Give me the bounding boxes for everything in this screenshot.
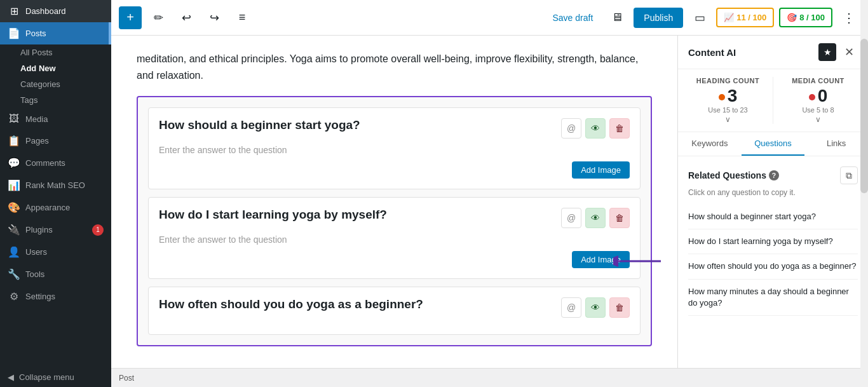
sidebar-label-rank-math: Rank Math SEO [25, 180, 85, 190]
sidebar-item-users[interactable]: 👤 Users [0, 241, 111, 263]
more-options-button[interactable]: ⋮ [837, 6, 860, 29]
faq-ai-btn-2[interactable]: @ [561, 208, 581, 228]
tab-links-label: Links [827, 139, 846, 148]
sidebar-label-dashboard: Dashboard [25, 6, 66, 16]
publish-button[interactable]: Publish [634, 8, 683, 28]
related-question-text-4: How many minutes a day should a beginner… [688, 287, 849, 308]
seo-score-badge[interactable]: 📈 11 / 100 [716, 8, 774, 27]
sidebar-item-settings[interactable]: ⚙ Settings [0, 285, 111, 308]
heading-count-hint: Use 15 to 23 [688, 106, 768, 114]
copy-all-button[interactable]: ⧉ [840, 166, 858, 184]
related-question-item-2[interactable]: How do I start learning yoga by myself? [688, 229, 858, 254]
faq-eye-btn-3[interactable]: 👁 [585, 297, 606, 318]
related-question-item-1[interactable]: How should a beginner start yoga? [688, 205, 858, 229]
heading-count-dot [719, 94, 725, 100]
faq-trash-btn-2[interactable]: 🗑 [609, 208, 630, 228]
faq-question-1: How should a beginner start yoga? [159, 118, 561, 132]
pages-icon: 📋 [8, 135, 20, 147]
media-count-item: MEDIA COUNT 0 Use 5 to 8 ∨ [778, 77, 858, 124]
faq-add-image-btn-2[interactable]: Add Image [572, 251, 630, 268]
faq-eye-btn-2[interactable]: 👁 [585, 208, 606, 228]
sidebar-item-rank-math[interactable]: 📊 Rank Math SEO [0, 174, 111, 196]
block-tools-button[interactable]: ✏ [147, 6, 170, 29]
tab-links[interactable]: Links [804, 132, 868, 156]
faq-item-2: How do I start learning yoga by myself? … [148, 197, 641, 279]
preview-button[interactable]: 🖥 [606, 6, 628, 29]
settings-icon: ⚙ [8, 290, 20, 302]
editor-content: meditation, and ethical principles. Yoga… [111, 36, 677, 368]
sidebar-label-tags: Tags [20, 95, 37, 105]
undo-button[interactable]: ↩ [175, 6, 198, 29]
editor-scrollbar[interactable] [860, 36, 868, 368]
panel-close-button[interactable]: ✕ [840, 43, 858, 61]
bottom-bar-label: Post [119, 374, 134, 383]
editor-area: meditation, and ethical principles. Yoga… [111, 36, 868, 368]
panel-header: Content AI ★ ✕ [678, 36, 868, 69]
related-questions-title-text: Related Questions [688, 170, 766, 180]
faq-question-3: How often should you do yoga as a beginn… [159, 297, 561, 311]
tab-questions-label: Questions [754, 139, 792, 148]
panel-star-button[interactable]: ★ [818, 43, 836, 61]
media-count-dot [809, 94, 815, 100]
related-question-item-4[interactable]: How many minutes a day should a beginner… [688, 280, 858, 316]
sidebar-item-appearance[interactable]: 🎨 Appearance [0, 196, 111, 219]
collapse-label: Collapse menu [19, 372, 74, 382]
sidebar-label-all-posts: All Posts [20, 48, 53, 57]
add-block-button[interactable]: + [119, 6, 142, 29]
panel-title: Content AI [688, 47, 736, 58]
tab-keywords[interactable]: Keywords [678, 132, 742, 156]
content-score-icon: 🎯 [787, 13, 797, 22]
posts-icon: 📄 [8, 27, 20, 39]
related-question-text-2: How do I start learning yoga by myself? [688, 236, 833, 246]
faq-actions-3: @ 👁 🗑 [561, 297, 630, 318]
save-draft-button[interactable]: Save draft [545, 9, 600, 27]
plugins-badge: 1 [92, 224, 104, 236]
content-score-value: 8 / 100 [799, 13, 825, 22]
sidebar-item-plugins[interactable]: 🔌 Plugins 1 [0, 219, 111, 241]
sidebar-item-categories[interactable]: Categories [0, 76, 111, 92]
block-nav-button[interactable]: ≡ [231, 6, 254, 29]
main-area: + ✏ ↩ ↪ ≡ Save draft 🖥 Publish ▭ 📈 11 / … [111, 0, 868, 387]
sidebar-item-media[interactable]: 🖼 Media [0, 108, 111, 130]
related-question-text-1: How should a beginner start yoga? [688, 212, 816, 221]
sidebar-item-posts[interactable]: 📄 Posts [0, 22, 111, 44]
faq-trash-btn-1[interactable]: 🗑 [609, 118, 630, 139]
panel-body: Related Questions ? ⧉ Click on any quest… [678, 156, 868, 368]
sidebar-item-tags[interactable]: Tags [0, 92, 111, 108]
tab-questions[interactable]: Questions [742, 132, 805, 156]
media-count-number: 0 [818, 86, 828, 105]
media-count-chevron[interactable]: ∨ [778, 115, 858, 124]
related-question-item-3[interactable]: How often should you do yoga as a beginn… [688, 254, 858, 279]
sidebar-item-dashboard[interactable]: ⊞ Dashboard [0, 0, 111, 22]
sidebar-label-tools: Tools [25, 269, 44, 279]
faq-add-image-btn-1[interactable]: Add Image [572, 161, 630, 179]
faq-eye-btn-1[interactable]: 👁 [585, 118, 606, 139]
faq-item-1-header: How should a beginner start yoga? @ 👁 🗑 [159, 118, 630, 139]
faq-trash-btn-3[interactable]: 🗑 [609, 297, 630, 318]
faq-ai-btn-3[interactable]: @ [561, 297, 581, 318]
sidebar-label-categories: Categories [20, 79, 60, 89]
help-icon: ? [769, 170, 779, 180]
appearance-icon: 🎨 [8, 201, 20, 214]
heading-count-value: 3 [688, 87, 768, 105]
redo-button[interactable]: ↪ [203, 6, 226, 29]
faq-ai-btn-1[interactable]: @ [561, 118, 581, 139]
layout-button[interactable]: ▭ [688, 6, 711, 29]
sidebar-item-comments[interactable]: 💬 Comments [0, 152, 111, 174]
content-score-badge[interactable]: 🎯 8 / 100 [779, 8, 832, 27]
faq-block: How should a beginner start yoga? @ 👁 🗑 … [137, 96, 652, 346]
heading-count-chevron[interactable]: ∨ [688, 115, 768, 124]
faq-item-1: How should a beginner start yoga? @ 👁 🗑 … [148, 107, 641, 189]
editor-intro-text: meditation, and ethical principles. Yoga… [137, 51, 652, 83]
sidebar-item-tools[interactable]: 🔧 Tools [0, 263, 111, 285]
sidebar-item-pages[interactable]: 📋 Pages [0, 130, 111, 152]
sidebar-item-add-new[interactable]: Add New [0, 60, 111, 76]
tab-keywords-label: Keywords [691, 139, 728, 148]
seo-score-icon: 📈 [724, 13, 734, 22]
faq-item-3-header: How often should you do yoga as a beginn… [159, 297, 630, 318]
collapse-menu[interactable]: ◀ Collapse menu [0, 367, 111, 387]
seo-score-value: 11 / 100 [736, 13, 766, 22]
heading-count-number: 3 [728, 86, 738, 105]
sidebar-item-all-posts[interactable]: All Posts [0, 44, 111, 60]
sidebar-label-add-new: Add New [20, 64, 56, 73]
